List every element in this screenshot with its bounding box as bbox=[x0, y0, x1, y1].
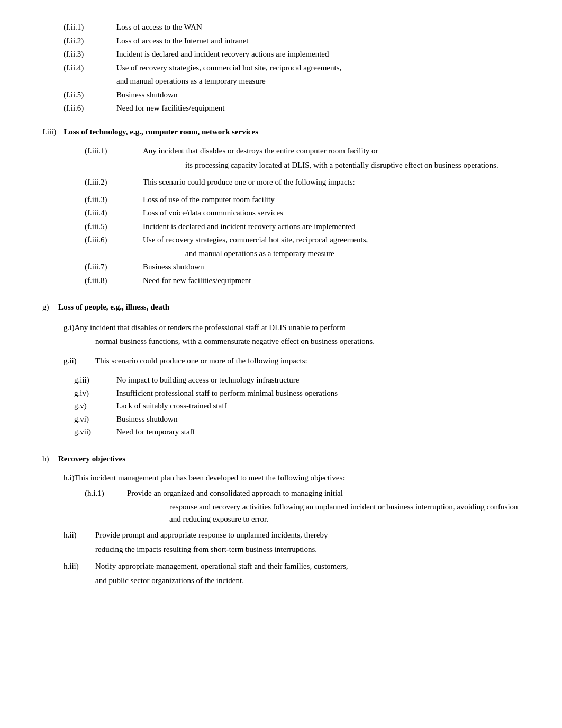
fiii-label-5: (f.iii.5) bbox=[85, 221, 143, 233]
fii-item-5: (f.ii.5) Business shutdown bbox=[64, 89, 530, 101]
fiii-text-8: Need for new facilities/equipment bbox=[143, 275, 251, 287]
g-impact-text-5: Need for temporary staff bbox=[116, 426, 530, 438]
h-header: h) Recovery objectives bbox=[42, 453, 530, 465]
fiii-label-1: (f.iii.1) bbox=[85, 145, 143, 157]
fiii-item-7: (f.iii.7) Business shutdown bbox=[85, 261, 530, 273]
hiii-label: h.iii) bbox=[64, 560, 95, 572]
g-impact-label-2: g.iv) bbox=[74, 387, 116, 399]
fii-label-6: (f.ii.6) bbox=[64, 102, 116, 114]
fii-text-5: Business shutdown bbox=[116, 89, 530, 101]
fii-item-6: (f.ii.6) Need for new facilities/equipme… bbox=[64, 102, 530, 114]
hi-intro: h.i)This incident management plan has be… bbox=[64, 472, 530, 484]
fii-item-1: (f.ii.1) Loss of access to the WAN bbox=[64, 21, 530, 33]
hi1-continuation: response and recovery activities followi… bbox=[169, 501, 530, 525]
fiii-label-8: (f.iii.8) bbox=[85, 275, 143, 287]
hi1-text: Provide an organized and consolidated ap… bbox=[127, 487, 343, 499]
fii-section: (f.ii.1) Loss of access to the WAN (f.ii… bbox=[64, 21, 530, 114]
fiii-text-2: This scenario could produce one or more … bbox=[143, 176, 355, 188]
gii-row: g.ii) This scenario could produce one or… bbox=[64, 355, 530, 367]
h-header-letter: h) bbox=[42, 453, 58, 465]
g-impact-item-3: g.v) Lack of suitably cross-trained staf… bbox=[74, 400, 530, 412]
fiii-item-4: (f.iii.4) Loss of voice/data communicati… bbox=[85, 207, 530, 219]
g-header-letter: g) bbox=[42, 301, 58, 313]
g-impact-label-5: g.vii) bbox=[74, 426, 116, 438]
gi-continuation: normal business functions, with a commen… bbox=[95, 335, 530, 348]
gii-label: g.ii) bbox=[64, 355, 95, 367]
hii-continuation: reducing the impacts resulting from shor… bbox=[95, 543, 530, 556]
hii-row: h.ii) Provide prompt and appropriate res… bbox=[64, 529, 530, 541]
fii-text-3: Incident is declared and incident recove… bbox=[116, 48, 530, 60]
g-impact-item-4: g.vi) Business shutdown bbox=[74, 413, 530, 425]
fiii-section: (f.iii.1) Any incident that disables or … bbox=[85, 145, 530, 286]
fii-text-6: Need for new facilities/equipment bbox=[116, 102, 530, 114]
hiii-row: h.iii) Notify appropriate management, op… bbox=[64, 560, 530, 572]
fiii-label-4: (f.iii.4) bbox=[85, 207, 143, 219]
fiii-text-3: Loss of use of the computer room facilit… bbox=[143, 194, 275, 206]
fiii-label-6: (f.iii.6) bbox=[85, 234, 143, 246]
hi1-label: (h.i.1) bbox=[85, 487, 127, 499]
fiii-text-4: Loss of voice/data communications servic… bbox=[143, 207, 283, 219]
fiii-label-2: (f.iii.2) bbox=[85, 176, 143, 188]
fii-item-4: (f.ii.4) Use of recovery strategies, com… bbox=[64, 62, 530, 74]
fii-item-3: (f.ii.3) Incident is declared and incide… bbox=[64, 48, 530, 60]
g-impact-item-1: g.iii) No impact to building access or t… bbox=[74, 374, 530, 386]
fiii-item-1: (f.iii.1) Any incident that disables or … bbox=[85, 145, 530, 157]
g-impact-items: g.iii) No impact to building access or t… bbox=[74, 374, 530, 438]
g-impact-label-3: g.v) bbox=[74, 400, 116, 412]
gi-text: g.i)Any incident that disables or render… bbox=[64, 322, 530, 334]
fii-label-2: (f.ii.2) bbox=[64, 35, 116, 47]
g-impact-label-1: g.iii) bbox=[74, 374, 116, 386]
hiii-continuation: and public sector organizations of the i… bbox=[95, 575, 530, 587]
gii-text: This scenario could produce one or more … bbox=[95, 355, 307, 367]
g-impact-text-1: No impact to building access or technolo… bbox=[116, 374, 530, 386]
fiii-header: f.iii)Loss of technology, e.g., computer… bbox=[42, 126, 530, 138]
g-impact-item-2: g.iv) Insufficient professional staff to… bbox=[74, 387, 530, 399]
fiii-text-6: Use of recovery strategies, commercial h… bbox=[143, 234, 368, 246]
h-header-title: Recovery objectives bbox=[58, 453, 125, 465]
g-header-title: Loss of people, e.g., illness, death bbox=[58, 301, 169, 313]
fii-text-2: Loss of access to the Internet and intra… bbox=[116, 35, 530, 47]
g-impact-item-5: g.vii) Need for temporary staff bbox=[74, 426, 530, 438]
fii-text-4: Use of recovery strategies, commercial h… bbox=[116, 62, 530, 74]
fiii-header-label: f.iii) bbox=[42, 128, 56, 136]
fii-label-3: (f.ii.3) bbox=[64, 48, 116, 60]
fiii-label-7: (f.iii.7) bbox=[85, 261, 143, 273]
g-impact-text-2: Insufficient professional staff to perfo… bbox=[116, 387, 530, 399]
fii-label-1: (f.ii.1) bbox=[64, 21, 116, 33]
fii-label-5: (f.ii.5) bbox=[64, 89, 116, 101]
hi1-row: (h.i.1) Provide an organized and consoli… bbox=[85, 487, 530, 499]
g-impact-label-4: g.vi) bbox=[74, 413, 116, 425]
g-impact-text-4: Business shutdown bbox=[116, 413, 530, 425]
fii-label-4: (f.ii.4) bbox=[64, 62, 116, 74]
fiii-item-6: (f.iii.6) Use of recovery strategies, co… bbox=[85, 234, 530, 246]
fiii-text-1: Any incident that disables or destroys t… bbox=[143, 145, 378, 157]
fiii-text-5: Incident is declared and incident recove… bbox=[143, 221, 356, 233]
fiii-label-3: (f.iii.3) bbox=[85, 194, 143, 206]
fiii-continuation-6: and manual operations as a temporary mea… bbox=[185, 248, 530, 260]
fiii-item-2: (f.iii.2) This scenario could produce on… bbox=[85, 176, 530, 188]
g-header: g) Loss of people, e.g., illness, death bbox=[42, 301, 530, 313]
fiii-item-3: (f.iii.3) Loss of use of the computer ro… bbox=[85, 194, 530, 206]
fiii-item-8: (f.iii.8) Need for new facilities/equipm… bbox=[85, 275, 530, 287]
g-impact-text-3: Lack of suitably cross-trained staff bbox=[116, 400, 530, 412]
fiii-continuation-1: its processing capacity located at DLIS,… bbox=[185, 159, 530, 171]
hii-text: Provide prompt and appropriate response … bbox=[95, 529, 328, 541]
fii-continuation-4: and manual operations as a temporary mea… bbox=[116, 75, 530, 87]
fiii-item-5: (f.iii.5) Incident is declared and incid… bbox=[85, 221, 530, 233]
fiii-header-title: Loss of technology, e.g., computer room,… bbox=[64, 128, 258, 136]
fii-item-2: (f.ii.2) Loss of access to the Internet … bbox=[64, 35, 530, 47]
fii-text-1: Loss of access to the WAN bbox=[116, 21, 530, 33]
hiii-text: Notify appropriate management, operation… bbox=[95, 560, 348, 572]
fiii-text-7: Business shutdown bbox=[143, 261, 204, 273]
hii-label: h.ii) bbox=[64, 529, 95, 541]
